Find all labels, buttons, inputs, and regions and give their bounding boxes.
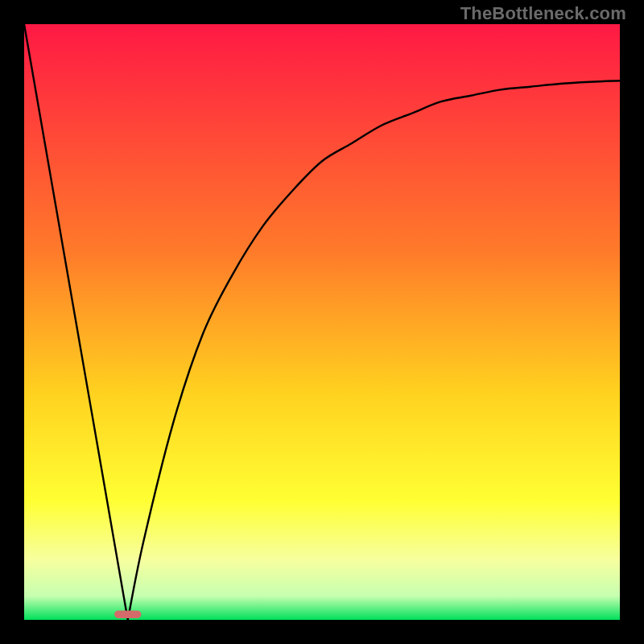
gradient-background: [24, 24, 620, 620]
chart-frame: TheBottleneck.com: [0, 0, 644, 644]
minimum-marker: [114, 610, 141, 618]
watermark-text: TheBottleneck.com: [460, 3, 626, 24]
plot-area: [24, 24, 620, 620]
plot-svg: [24, 24, 620, 620]
